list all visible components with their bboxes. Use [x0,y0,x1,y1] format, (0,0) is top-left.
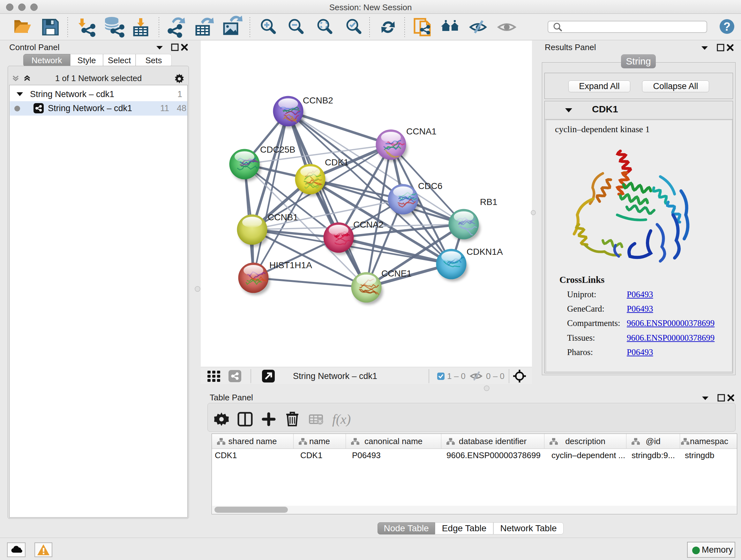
svg-text:CDC25B: CDC25B [260,145,295,154]
svg-text:HIST1H1A: HIST1H1A [269,260,312,270]
svg-text:CCNB2: CCNB2 [303,96,333,105]
svg-text:CDC6: CDC6 [418,181,442,191]
svg-text:String Network – cdk1: String Network – cdk1 [293,371,377,381]
svg-text:CCNE1: CCNE1 [381,268,412,278]
svg-text:f(x): f(x) [332,412,351,427]
svg-text:CCNA2: CCNA2 [353,220,384,230]
svg-text:1 – 0: 1 – 0 [447,371,466,381]
svg-text:?: ? [724,20,731,33]
svg-text:RB1: RB1 [480,197,497,207]
svg-text:0 – 0: 0 – 0 [486,371,504,381]
svg-text:CCNA1: CCNA1 [406,126,436,136]
svg-text:CDK1: CDK1 [325,158,349,167]
svg-text:CCNB1: CCNB1 [268,212,298,222]
svg-text:CDKN1A: CDKN1A [467,247,503,257]
